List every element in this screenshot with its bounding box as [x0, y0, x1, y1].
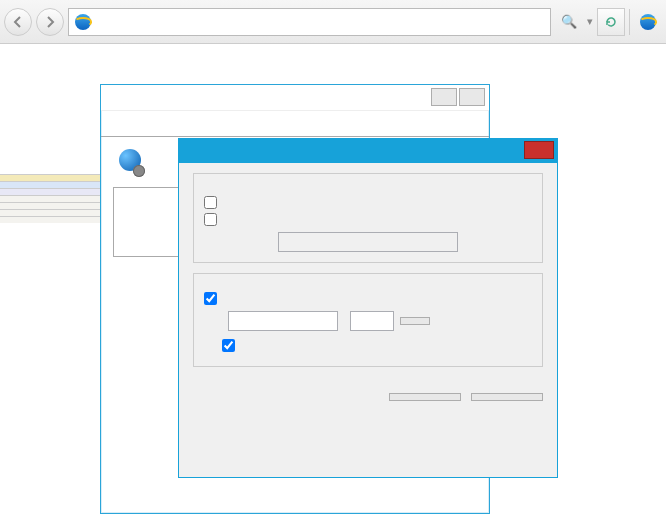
bypass-checkbox[interactable]	[222, 339, 235, 352]
search-glyph: 🔍	[555, 14, 583, 29]
forward-button[interactable]	[36, 8, 64, 36]
lan-settings-dialog	[178, 138, 558, 478]
internet-options-titlebar	[101, 85, 489, 111]
lan-body	[179, 163, 557, 387]
lan-close-button[interactable]	[524, 141, 554, 159]
tree-security[interactable]	[0, 195, 110, 202]
dropdown-caret[interactable]: ▾	[587, 15, 593, 28]
ie-toolbar: 🔍 ▾	[0, 0, 666, 44]
refresh-button[interactable]	[597, 8, 625, 36]
separator	[629, 9, 630, 35]
auto-config-group	[193, 173, 543, 263]
auto-script-row[interactable]	[204, 213, 532, 226]
tree-windows[interactable]	[0, 188, 110, 195]
internet-options-tabs	[101, 117, 489, 137]
bypass-row[interactable]	[204, 339, 532, 352]
tree-policies[interactable]	[0, 181, 110, 188]
lan-button-row	[179, 387, 557, 407]
back-button[interactable]	[4, 8, 32, 36]
use-proxy-row[interactable]	[204, 292, 532, 305]
proxy-addr-input[interactable]	[228, 311, 338, 331]
tree-account-3[interactable]	[0, 216, 110, 223]
arrow-left-icon	[12, 16, 24, 28]
tree-account-2[interactable]	[0, 209, 110, 216]
proxy-group	[193, 273, 543, 367]
settings-tree	[0, 174, 110, 223]
use-proxy-checkbox[interactable]	[204, 292, 217, 305]
ie-icon	[640, 14, 656, 30]
ie-page-icon	[75, 14, 91, 30]
auto-script-addr-input	[278, 232, 458, 252]
lan-titlebar	[179, 139, 557, 163]
help-button[interactable]	[431, 88, 457, 106]
auto-detect-checkbox[interactable]	[204, 196, 217, 209]
proxy-port-input[interactable]	[350, 311, 394, 331]
ok-button[interactable]	[389, 393, 461, 401]
address-tab[interactable]	[68, 8, 551, 36]
auto-script-checkbox[interactable]	[204, 213, 217, 226]
refresh-icon	[604, 15, 618, 29]
close-button[interactable]	[459, 88, 485, 106]
tree-settings[interactable]	[0, 174, 110, 181]
proxy-advanced-button[interactable]	[400, 317, 430, 325]
connections-icon	[113, 145, 145, 177]
auto-detect-row[interactable]	[204, 196, 532, 209]
tree-account-1[interactable]	[0, 202, 110, 209]
cancel-button[interactable]	[471, 393, 543, 401]
ie-right-tab[interactable]	[634, 14, 662, 30]
arrow-right-icon	[44, 16, 56, 28]
